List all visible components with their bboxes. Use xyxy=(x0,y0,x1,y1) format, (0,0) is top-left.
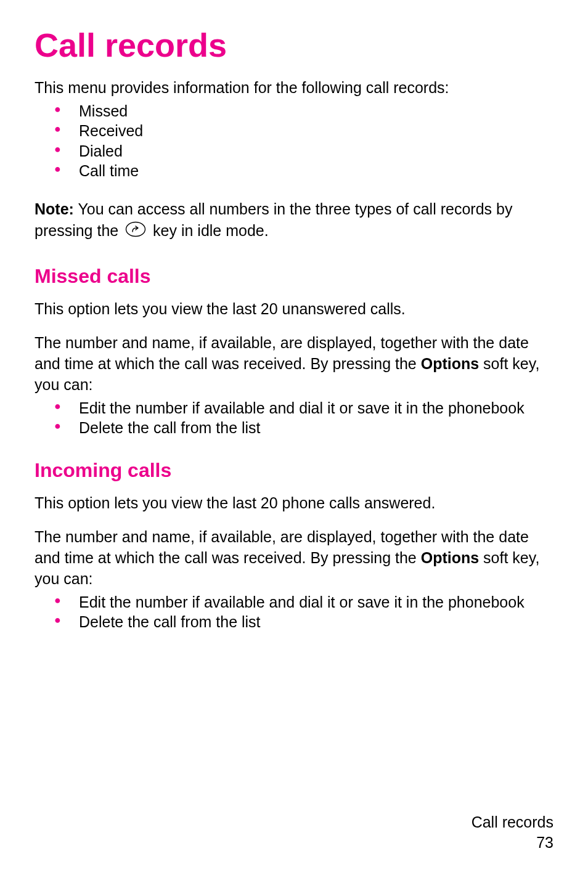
list-item: Call time xyxy=(54,161,553,181)
note-text-after: key in idle mode. xyxy=(149,222,269,239)
note-paragraph: Note: You can access all numbers in the … xyxy=(35,198,553,243)
footer-page-number: 73 xyxy=(472,832,553,853)
body-paragraph: This option lets you view the last 20 ph… xyxy=(35,493,553,514)
options-list: Edit the number if available and dial it… xyxy=(35,398,553,438)
list-item: Delete the call from the list xyxy=(54,612,553,632)
body-paragraph: This option lets you view the last 20 un… xyxy=(35,299,553,320)
page-footer: Call records 73 xyxy=(472,812,553,852)
list-item: Edit the number if available and dial it… xyxy=(54,592,553,612)
options-softkey-label: Options xyxy=(421,549,479,566)
section-heading-incoming-calls: Incoming calls xyxy=(35,459,553,482)
options-paragraph: The number and name, if available, are d… xyxy=(35,527,553,589)
list-item: Received xyxy=(54,121,553,141)
options-softkey-label: Options xyxy=(421,355,479,372)
footer-section-name: Call records xyxy=(472,812,553,832)
list-item: Delete the call from the list xyxy=(54,418,553,438)
list-item: Dialed xyxy=(54,141,553,161)
note-label: Note: xyxy=(35,200,74,218)
section-heading-missed-calls: Missed calls xyxy=(35,265,553,288)
page-title: Call records xyxy=(35,26,553,64)
options-paragraph: The number and name, if available, are d… xyxy=(35,333,553,395)
records-list: Missed Received Dialed Call time xyxy=(35,101,553,181)
intro-text: This menu provides information for the f… xyxy=(35,78,553,99)
list-item: Missed xyxy=(54,101,553,121)
send-key-icon xyxy=(125,221,146,243)
list-item: Edit the number if available and dial it… xyxy=(54,398,553,418)
svg-point-0 xyxy=(126,222,145,236)
note-text-before: You can access all numbers in the three … xyxy=(35,200,512,239)
options-list: Edit the number if available and dial it… xyxy=(35,592,553,632)
